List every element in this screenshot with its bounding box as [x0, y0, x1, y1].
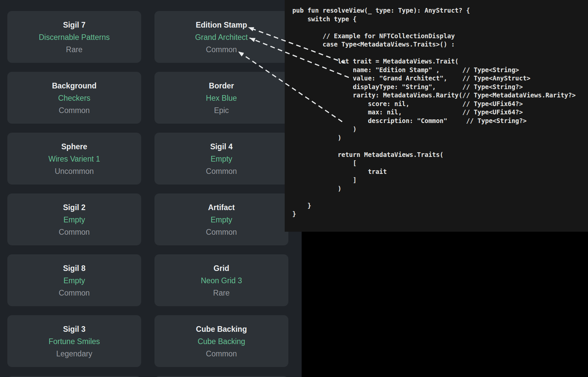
trait-card: ArtifactEmptyCommon [154, 193, 288, 245]
trait-name: Edition Stamp [154, 19, 288, 31]
trait-name: Border [154, 80, 288, 92]
trait-rarity: Rare [7, 44, 141, 56]
trait-value: Checkers [7, 92, 141, 104]
trait-card: Sigil 8EmptyCommon [7, 254, 141, 306]
trait-name: Sigil 4 [154, 141, 288, 153]
trait-rarity: Common [7, 287, 141, 299]
trait-name: Sigil 8 [7, 262, 141, 275]
trait-rarity: Legendary [7, 348, 141, 360]
cadence-code-panel: pub fun resolveView(_ type: Type): AnySt… [285, 0, 588, 232]
trait-name: Sphere [7, 141, 141, 153]
trait-card: BackgroundCheckersCommon [7, 72, 141, 124]
resolve-view-code-block: pub fun resolveView(_ type: Type): AnySt… [285, 0, 588, 218]
trait-value: Empty [154, 153, 288, 165]
trait-rarity: Uncommon [7, 165, 141, 178]
trait-rarity: Common [154, 348, 288, 360]
trait-rarity: Common [7, 226, 141, 238]
trait-value: Neon Grid 3 [154, 275, 288, 287]
trait-value: Hex Blue [154, 92, 288, 104]
trait-name: Sigil 2 [7, 201, 141, 214]
trait-card: Sigil 3Fortune SmilesLegendary [7, 315, 141, 367]
trait-name: Artifact [154, 201, 288, 214]
trait-card: Sigil 7Discernable PatternsRare [7, 11, 141, 63]
trait-rarity: Common [154, 165, 288, 178]
trait-value: Grand Architect [154, 31, 288, 44]
trait-name: Grid [154, 262, 288, 275]
trait-value: Empty [154, 214, 288, 226]
nft-traits-panel: Sigil 7Discernable PatternsRareEdition S… [0, 0, 302, 377]
trait-card: Sigil 2EmptyCommon [7, 193, 141, 245]
trait-value: Discernable Patterns [7, 31, 141, 44]
stage: Sigil 7Discernable PatternsRareEdition S… [0, 0, 588, 377]
trait-rarity: Common [154, 226, 288, 238]
trait-card: Cube BackingCube BackingCommon [154, 315, 288, 367]
trait-value: Empty [7, 275, 141, 287]
trait-value: Fortune Smiles [7, 335, 141, 348]
trait-value: Wires Varient 1 [7, 153, 141, 165]
trait-card: Sigil 4EmptyCommon [154, 133, 288, 185]
trait-value: Empty [7, 214, 141, 226]
trait-card: Edition StampGrand ArchitectCommon [154, 11, 288, 63]
trait-card: SphereWires Varient 1Uncommon [7, 133, 141, 185]
trait-name: Sigil 3 [7, 323, 141, 335]
trait-card: BorderHex BlueEpic [154, 72, 288, 124]
trait-card: GridNeon Grid 3Rare [154, 254, 288, 306]
trait-name: Sigil 7 [7, 19, 141, 31]
trait-rarity: Common [7, 104, 141, 117]
trait-value: Cube Backing [154, 335, 288, 348]
trait-rarity: Common [154, 44, 288, 56]
trait-name: Cube Backing [154, 323, 288, 335]
trait-name: Background [7, 80, 141, 92]
trait-rarity: Rare [154, 287, 288, 299]
trait-rarity: Epic [154, 104, 288, 117]
